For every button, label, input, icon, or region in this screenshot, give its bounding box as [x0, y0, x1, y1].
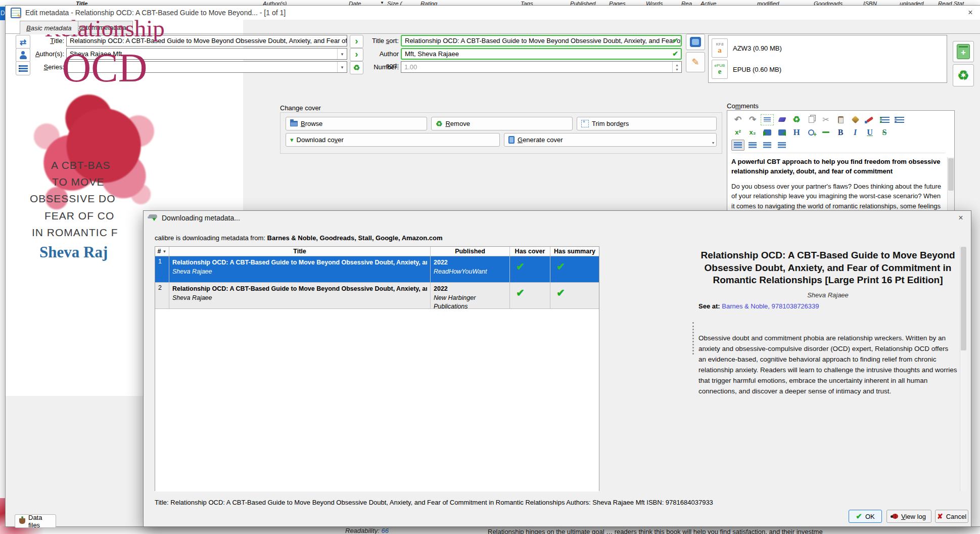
result-author: Sheva Rajaee	[172, 268, 427, 277]
auto-author-sort-button[interactable]: ›	[350, 48, 363, 61]
author-sort-field[interactable]: Mft, Sheva Rajaee ✔	[401, 48, 682, 60]
ok-button[interactable]: ✔OK	[849, 510, 882, 523]
spinner-arrows-icon[interactable]: ▲▼	[672, 62, 681, 72]
comments-toolbar-row3	[731, 139, 945, 151]
cancel-button[interactable]: ✘Cancel	[935, 510, 968, 523]
eraser-icon[interactable]	[775, 114, 788, 125]
formats-list[interactable]: KF8a AZW3 (0.90 MB) ePUBe EPUB (0.60 MB)	[708, 35, 947, 83]
splitter-handle[interactable]	[692, 322, 694, 354]
row-published-cell: 2022 New Harbinger Publications	[431, 283, 510, 309]
tab-basic-metadata[interactable]: Basic metadata	[20, 21, 78, 34]
redo-icon[interactable]	[746, 114, 759, 125]
chevron-down-icon[interactable]: ▾	[337, 49, 347, 59]
format-item-epub[interactable]: ePUBe EPUB (0.60 MB)	[712, 59, 944, 80]
ordered-list-icon[interactable]	[878, 114, 891, 125]
detail-title: Relationship OCD: A CBT-Based Guide to M…	[698, 249, 957, 287]
copy-icon[interactable]	[805, 114, 818, 125]
change-cover-label: Change cover	[280, 104, 321, 112]
table-row[interactable]: 2 Relationship OCD: A CBT-Based Guide to…	[155, 283, 599, 309]
column-header-num[interactable]: #▼	[155, 247, 169, 256]
subscript-icon[interactable]	[746, 127, 759, 138]
close-icon[interactable]: ×	[965, 8, 975, 17]
select-all-icon[interactable]	[761, 114, 774, 125]
indent-icon[interactable]	[761, 127, 774, 138]
title-sort-input[interactable]: Relationship OCD: A CBT-Based Guide to M…	[401, 35, 682, 47]
align-left-icon[interactable]	[731, 140, 744, 151]
column-header-published[interactable]: Published	[431, 247, 510, 256]
outdent-icon[interactable]	[775, 127, 788, 138]
trim-borders-button[interactable]: Trim borders	[577, 117, 717, 130]
plant-pot-icon	[19, 518, 25, 524]
series-number-label: Number:	[365, 61, 399, 73]
data-files-button[interactable]: Data files	[15, 514, 56, 528]
update-sorts-button[interactable]	[686, 34, 705, 50]
comments-heading[interactable]: A powerful CBT approach to help you find…	[731, 157, 944, 176]
auto-title-sort-button[interactable]: ›	[350, 35, 363, 48]
manage-authors-button[interactable]: ✎	[686, 52, 705, 72]
browse-cover-button[interactable]: Browse	[286, 117, 427, 130]
close-icon[interactable]: ×	[956, 213, 966, 223]
scrollbar-thumb[interactable]	[961, 247, 966, 350]
has-cover-cell: ✔	[510, 283, 550, 309]
horizontal-rule-icon[interactable]	[819, 127, 832, 138]
bold-icon[interactable]	[834, 127, 847, 138]
epub-format-icon: ePUBe	[712, 60, 728, 79]
see-at-label: See at:	[698, 302, 722, 310]
title-sort-field[interactable]: Relationship OCD: A CBT-Based Guide to M…	[401, 35, 682, 47]
clear-series-button[interactable]: ♻	[350, 61, 363, 74]
column-header-has-summary[interactable]: Has summary	[550, 247, 599, 256]
align-justify-icon[interactable]	[775, 140, 788, 151]
underline-icon[interactable]	[863, 127, 876, 138]
brush-color-icon[interactable]	[863, 114, 876, 125]
cover-subtitle-line: A CBT-BAS	[51, 159, 111, 171]
chevron-right-icon: ›	[355, 36, 358, 47]
view-log-button[interactable]: View log	[886, 510, 931, 523]
align-right-icon[interactable]	[761, 140, 774, 151]
table-row-selected[interactable]: 1 Relationship OCD: A CBT-Based Guide to…	[155, 256, 599, 283]
undo-icon[interactable]	[731, 114, 744, 125]
detail-see-at: See at: Barnes & Noble, 9781038726339	[698, 302, 957, 310]
downloading-metadata-titlebar[interactable]: Downloading metadata... ×	[144, 211, 971, 225]
detail-scrollbar[interactable]	[960, 246, 967, 491]
chevron-right-icon: ›	[355, 49, 358, 60]
download-cover-label: Download cover	[297, 136, 344, 144]
strikethrough-icon[interactable]	[878, 127, 891, 138]
sort-indicator-icon: ▼	[163, 249, 167, 254]
remove-cover-button[interactable]: ♻Remove	[431, 117, 573, 130]
format-item-azw3[interactable]: KF8a AZW3 (0.90 MB)	[712, 37, 944, 59]
cut-icon[interactable]	[819, 114, 832, 125]
insert-link-icon[interactable]	[805, 127, 818, 138]
data-files-label: Data files	[28, 514, 52, 529]
generate-cover-button[interactable]: Generate cover▾	[504, 133, 717, 147]
add-format-button[interactable]	[953, 41, 974, 62]
fill-color-icon[interactable]	[849, 114, 862, 125]
series-number-spinner[interactable]: 1.00 ▲▼	[401, 61, 682, 73]
chevron-down-icon[interactable]: ▾	[337, 62, 347, 72]
recycle-icon: ♻	[436, 119, 442, 128]
scrollbar-thumb[interactable]	[948, 158, 954, 191]
check-icon: ✔	[510, 283, 550, 299]
row-number: 1	[155, 256, 169, 283]
clear-formatting-icon[interactable]	[790, 114, 803, 125]
unordered-list-icon[interactable]	[893, 114, 906, 125]
column-header-has-cover[interactable]: Has cover	[510, 247, 550, 256]
pencil-icon: ✎	[691, 57, 699, 68]
row-published-cell: 2022 ReadHowYouWant	[431, 256, 510, 283]
series-number-input[interactable]: 1.00	[401, 61, 682, 73]
superscript-icon[interactable]	[731, 127, 744, 138]
see-at-links[interactable]: Barnes & Noble, 9781038726339	[722, 302, 819, 310]
column-header-title[interactable]: Title	[169, 247, 431, 256]
has-summary-cell: ✔	[550, 283, 599, 309]
paste-icon[interactable]	[834, 114, 847, 125]
align-center-icon[interactable]	[746, 140, 759, 151]
book-sync-icon	[690, 37, 701, 47]
trim-label: Trim borders	[592, 120, 629, 127]
cancel-x-icon: ✘	[937, 512, 943, 520]
download-cover-button[interactable]: ▾Download cover	[286, 133, 500, 147]
italic-icon[interactable]	[849, 127, 862, 138]
cloud-download-icon	[149, 214, 158, 221]
results-table[interactable]: #▼ Title Published Has cover Has summary…	[155, 246, 599, 491]
author-sort-input[interactable]: Mft, Sheva Rajaee	[401, 48, 682, 60]
remove-format-button[interactable]: ♻	[953, 64, 974, 86]
heading-icon[interactable]	[790, 127, 803, 138]
